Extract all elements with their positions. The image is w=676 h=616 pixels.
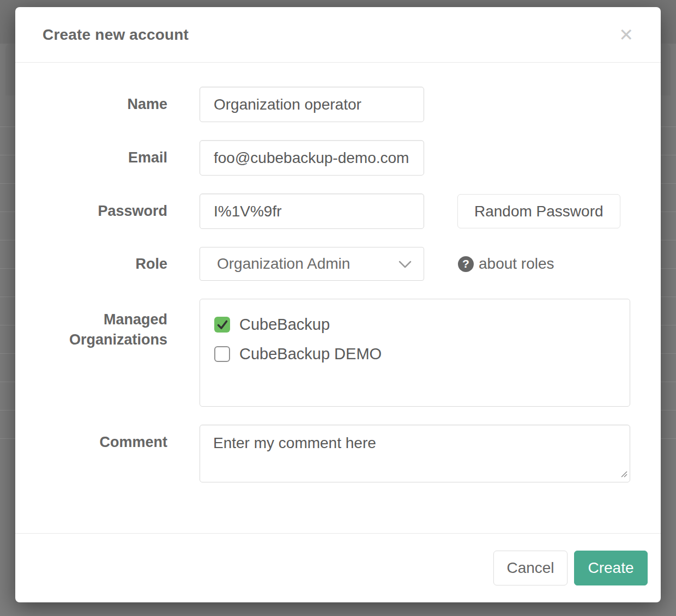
org-option-label: CubeBackup DEMO	[239, 345, 382, 363]
role-select[interactable]: Organization Admin	[200, 247, 424, 281]
cancel-button[interactable]: Cancel	[493, 551, 568, 585]
org-option-label: CubeBackup	[239, 316, 330, 334]
managed-organizations-list: CubeBackup CubeBackup DEMO	[200, 299, 630, 407]
managed-organizations-label: Managed Organizations	[15, 299, 167, 407]
dialog-body: Name Email Password Random Password Role	[15, 63, 661, 533]
checkbox-checked[interactable]	[214, 317, 230, 333]
role-row: Role Organization Admin ? about roles	[15, 247, 661, 281]
email-input[interactable]	[200, 140, 424, 176]
close-icon[interactable]: ✕	[619, 26, 633, 44]
about-roles-link[interactable]: ? about roles	[458, 255, 554, 273]
random-password-button[interactable]: Random Password	[457, 194, 620, 228]
chevron-down-icon	[399, 255, 412, 273]
org-option-cubebackup[interactable]: CubeBackup	[214, 316, 630, 334]
name-input[interactable]	[200, 87, 424, 122]
name-row: Name	[15, 87, 661, 122]
question-circle-icon: ?	[458, 256, 474, 272]
create-account-dialog: Create new account ✕ Name Email Password…	[15, 7, 661, 602]
password-input[interactable]	[200, 194, 424, 229]
role-selected-value: Organization Admin	[217, 255, 350, 273]
comment-textarea[interactable]: Enter my comment here	[200, 425, 630, 482]
comment-label: Comment	[15, 425, 167, 485]
about-roles-text: about roles	[479, 255, 554, 273]
managed-organizations-row: Managed Organizations CubeBackup CubeBac…	[15, 299, 661, 407]
password-row: Password Random Password	[15, 194, 661, 229]
dialog-footer: Cancel Create	[15, 533, 661, 602]
dialog-header: Create new account ✕	[15, 7, 661, 63]
checkmark-icon	[216, 318, 229, 331]
email-label: Email	[15, 148, 167, 168]
email-row: Email	[15, 140, 661, 176]
role-label: Role	[15, 254, 167, 274]
password-label: Password	[15, 201, 167, 221]
comment-row: Comment Enter my comment here	[15, 425, 661, 485]
name-label: Name	[15, 94, 167, 114]
create-button[interactable]: Create	[574, 551, 648, 585]
checkbox-unchecked[interactable]	[214, 346, 230, 362]
dialog-title: Create new account	[43, 26, 189, 44]
org-option-cubebackup-demo[interactable]: CubeBackup DEMO	[214, 345, 630, 363]
